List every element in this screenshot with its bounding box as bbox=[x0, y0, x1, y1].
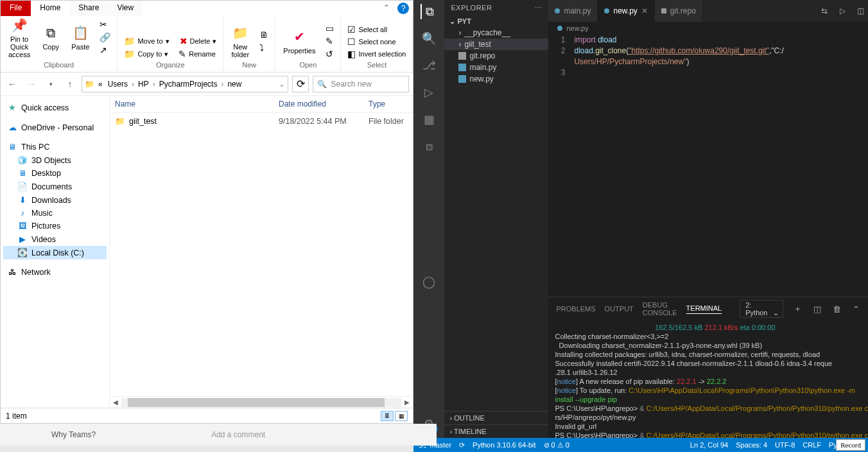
tree-this-pc[interactable]: 🖥This PC bbox=[3, 141, 107, 153]
delete-button[interactable]: ✖Delete ▾ bbox=[177, 35, 220, 47]
up-button[interactable]: ↑ bbox=[62, 76, 78, 92]
move-to-button[interactable]: 📁Move to ▾ bbox=[121, 35, 171, 47]
source-control-activity-icon[interactable]: ⎇ bbox=[421, 58, 437, 73]
path-seg[interactable]: HP bbox=[137, 80, 150, 89]
split-icon[interactable]: ◫ bbox=[851, 0, 868, 22]
indent-indicator[interactable]: Spaces: 4 bbox=[736, 441, 767, 449]
debug-activity-icon[interactable]: ▷ bbox=[421, 85, 437, 100]
tab-file[interactable]: File bbox=[1, 1, 31, 16]
why-teams-link[interactable]: Why Teams? bbox=[51, 430, 96, 439]
terminal-selector[interactable]: 2: Python bbox=[740, 300, 783, 318]
tree-item[interactable]: 🖥Desktop bbox=[3, 167, 107, 180]
breadcrumb[interactable]: new.py bbox=[548, 22, 868, 35]
panel-tab-debug[interactable]: DEBUG CONSOLE bbox=[643, 301, 677, 317]
kill-terminal-icon[interactable]: 🗑 bbox=[831, 304, 842, 314]
eol-indicator[interactable]: CRLF bbox=[803, 441, 821, 449]
outline-section[interactable]: OUTLINE bbox=[444, 411, 548, 424]
tree-onedrive[interactable]: ☁OneDrive - Personal bbox=[3, 121, 107, 134]
col-type[interactable]: Type bbox=[369, 100, 408, 109]
tree-quick-access[interactable]: ★Quick access bbox=[3, 101, 107, 114]
details-view-button[interactable]: ≣ bbox=[381, 411, 394, 421]
refresh-button[interactable]: ⟳ bbox=[292, 76, 309, 92]
recent-dropdown[interactable]: ▾ bbox=[43, 76, 58, 92]
back-button[interactable]: ← bbox=[4, 76, 20, 92]
properties-button[interactable]: ✔Properties bbox=[279, 26, 319, 56]
col-date[interactable]: Date modified bbox=[279, 100, 369, 109]
breadcrumb[interactable]: 📁 « Users› HP› PycharmProjects› new ⌄ bbox=[82, 76, 288, 92]
path-seg[interactable]: Users bbox=[107, 80, 129, 89]
sync-button[interactable]: ⟳ bbox=[459, 441, 465, 449]
problems-indicator[interactable]: ⊘ 0 ⚠ 0 bbox=[544, 441, 569, 449]
sidebar-item[interactable]: main.py bbox=[444, 62, 548, 73]
workspace-root[interactable]: PYT bbox=[444, 16, 548, 27]
tree-item-selected[interactable]: 💽Local Disk (C:) bbox=[3, 246, 107, 259]
history-button[interactable]: ↺ bbox=[323, 48, 336, 60]
rename-button[interactable]: ✎Rename bbox=[176, 48, 218, 60]
invert-selection-button[interactable]: ◧Invert selection bbox=[345, 48, 408, 60]
close-icon[interactable]: ✕ bbox=[641, 6, 648, 15]
icons-view-button[interactable]: ▦ bbox=[395, 411, 408, 421]
new-terminal-icon[interactable]: ＋ bbox=[792, 303, 803, 315]
edit-button[interactable]: ✎ bbox=[323, 35, 336, 47]
new-folder-button[interactable]: 📁New folder bbox=[227, 22, 253, 60]
sidebar-item[interactable]: ›__pycache__ bbox=[444, 27, 548, 39]
sidebar-item[interactable]: git.repo bbox=[444, 50, 548, 62]
python-interpreter[interactable]: Python 3.10.6 64-bit bbox=[473, 441, 535, 449]
horiz-scrollbar[interactable]: ◀▶ bbox=[110, 396, 413, 408]
editor-tab[interactable]: git.repo bbox=[655, 0, 703, 22]
paste-button[interactable]: 📋Paste bbox=[67, 22, 93, 52]
accounts-activity-icon[interactable]: ◯ bbox=[421, 274, 437, 290]
record-button[interactable]: Record bbox=[836, 439, 865, 451]
search-input[interactable]: 🔍Search new bbox=[313, 76, 409, 92]
copy-path-button[interactable]: 🔗 bbox=[97, 31, 113, 43]
encoding-indicator[interactable]: UTF-8 bbox=[775, 441, 795, 449]
extensions-activity-icon[interactable]: ▦ bbox=[421, 112, 437, 127]
tree-item[interactable]: ▶Videos bbox=[3, 232, 107, 246]
add-comment-input[interactable]: Add a comment bbox=[211, 430, 265, 439]
tab-view[interactable]: View bbox=[108, 1, 143, 16]
collapse-ribbon-icon[interactable]: ⌃ bbox=[379, 1, 394, 16]
run-icon[interactable]: ▷ bbox=[833, 0, 851, 22]
forward-button[interactable]: → bbox=[24, 76, 39, 92]
help-icon[interactable]: ? bbox=[397, 3, 409, 14]
panel-tab-terminal[interactable]: TERMINAL bbox=[686, 304, 722, 314]
path-seg[interactable]: new bbox=[226, 80, 243, 89]
tab-home[interactable]: Home bbox=[31, 1, 69, 16]
cut-button[interactable]: ✂ bbox=[97, 19, 113, 30]
editor[interactable]: 123 import dload dload.git_clone("https:… bbox=[548, 35, 868, 297]
sidebar-item[interactable]: new.py bbox=[444, 73, 548, 85]
timeline-section[interactable]: TIMELINE bbox=[444, 424, 548, 438]
editor-tab[interactable]: main.py bbox=[548, 0, 598, 22]
tree-item[interactable]: 🧊3D Objects bbox=[3, 153, 107, 167]
editor-tab-active[interactable]: new.py✕ bbox=[598, 0, 654, 22]
copy-button[interactable]: ⧉Copy bbox=[38, 22, 64, 52]
sidebar-item-selected[interactable]: ›giit_test bbox=[444, 39, 548, 50]
search-activity-icon[interactable]: 🔍 bbox=[421, 31, 437, 46]
tree-item[interactable]: 📄Documents bbox=[3, 180, 107, 193]
path-dropdown-icon[interactable]: ⌄ bbox=[279, 80, 285, 89]
panel-tab-problems[interactable]: PROBLEMS bbox=[556, 305, 595, 313]
maximize-panel-icon[interactable]: ⌃ bbox=[851, 304, 861, 314]
open-button[interactable]: ▭ bbox=[323, 22, 336, 34]
easy-access-button[interactable]: ⤵ bbox=[257, 42, 271, 53]
tree-item[interactable]: 🖼Pictures bbox=[3, 220, 107, 232]
list-item[interactable]: 📁giit_test 9/18/2022 5:44 PM File folder bbox=[110, 113, 413, 129]
tab-share[interactable]: Share bbox=[69, 1, 108, 16]
select-none-button[interactable]: ☐Select none bbox=[345, 36, 398, 48]
paste-shortcut-button[interactable]: ↗ bbox=[97, 44, 113, 56]
new-item-button[interactable]: 🗎 bbox=[257, 29, 271, 40]
tree-item[interactable]: ♪Music bbox=[3, 207, 107, 220]
path-seg[interactable]: PycharmProjects bbox=[158, 80, 219, 89]
path-overflow[interactable]: « bbox=[97, 80, 104, 89]
select-all-button[interactable]: ☑Select all bbox=[345, 24, 390, 35]
split-terminal-icon[interactable]: ◫ bbox=[812, 304, 822, 314]
tree-item[interactable]: ⬇Downloads bbox=[3, 193, 107, 207]
panel-tab-output[interactable]: OUTPUT bbox=[605, 305, 634, 313]
copy-to-button[interactable]: 📁Copy to ▾ bbox=[121, 48, 171, 60]
cursor-position[interactable]: Ln 2, Col 94 bbox=[690, 441, 728, 449]
explorer-activity-icon[interactable]: ⧉ bbox=[421, 4, 436, 19]
pin-quick-access-button[interactable]: 📌Pin to Quick access bbox=[4, 15, 34, 60]
tree-network[interactable]: 🖧Network bbox=[3, 266, 107, 279]
terminal[interactable]: 162.5/162.5 kB 212.1 kB/s eta 0:00:00Col… bbox=[548, 320, 868, 438]
remote-activity-icon[interactable]: ⧈ bbox=[421, 139, 437, 154]
